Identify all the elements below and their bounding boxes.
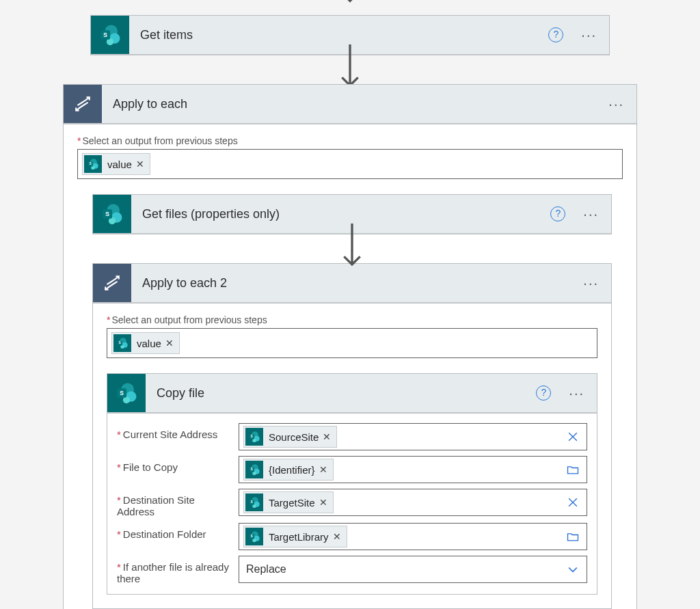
action-title: Get files (properties only)	[131, 207, 550, 221]
token-value[interactable]: S value ✕	[82, 153, 150, 175]
token-targetlibrary[interactable]: S TargetLibrary ✕	[243, 526, 347, 547]
param-input[interactable]: S TargetSite ✕	[239, 489, 587, 516]
chevron-down-icon[interactable]	[565, 563, 582, 576]
svg-text:S: S	[120, 390, 124, 396]
more-menu[interactable]: ···	[604, 95, 628, 113]
more-menu[interactable]: ···	[579, 274, 603, 292]
sharepoint-mini-icon: S	[245, 428, 263, 446]
token-value[interactable]: S value ✕	[111, 332, 180, 354]
param-label: If another file is already there	[117, 556, 233, 584]
sharepoint-mini-icon: S	[113, 334, 131, 352]
remove-token-icon[interactable]: ✕	[319, 497, 327, 508]
token-label: TargetSite	[269, 497, 315, 509]
select-value: Replace	[243, 563, 565, 576]
svg-text:S: S	[103, 31, 107, 38]
param-label: Destination Site Address	[117, 489, 233, 517]
action-title: Get items	[129, 28, 548, 42]
param-destination-site: Destination Site Address S	[113, 486, 591, 520]
more-menu[interactable]: ···	[579, 205, 603, 223]
token-identifier[interactable]: S {Identifier} ✕	[243, 459, 334, 481]
svg-text:S: S	[251, 468, 253, 471]
sharepoint-mini-icon: S	[245, 461, 263, 478]
select-output-field[interactable]: S value ✕	[77, 149, 623, 179]
token-label: TargetLibrary	[269, 531, 329, 543]
flow-arrow	[336, 0, 364, 15]
svg-text:S: S	[90, 162, 92, 165]
svg-text:S: S	[251, 534, 253, 538]
param-current-site: Current Site Address S	[113, 420, 591, 453]
help-icon[interactable]: ?	[550, 206, 565, 221]
token-label: {Identifier}	[269, 464, 315, 476]
help-icon[interactable]: ?	[548, 27, 563, 42]
sharepoint-icon: S	[93, 195, 131, 233]
action-copy-file[interactable]: S Copy file ? ···	[107, 373, 597, 414]
param-label: Destination Folder	[117, 523, 233, 540]
token-label: value	[107, 159, 132, 170]
loop-apply-to-each-2[interactable]: Apply to each 2 ··· Select an output fro…	[92, 263, 612, 609]
svg-text:S: S	[105, 211, 109, 217]
param-label: File to Copy	[117, 456, 233, 473]
param-input[interactable]: S TargetLibrary ✕	[239, 523, 587, 550]
flow-arrow	[336, 55, 364, 84]
flow-arrow	[338, 234, 366, 263]
clear-icon[interactable]	[565, 496, 582, 509]
param-destination-folder: Destination Folder S Ta	[113, 520, 591, 553]
loop-icon	[64, 85, 102, 123]
remove-token-icon[interactable]: ✕	[165, 338, 174, 349]
token-label: SourceSite	[269, 431, 319, 443]
more-menu[interactable]: ···	[577, 26, 601, 44]
loop-icon	[93, 264, 131, 302]
select-output-label: Select an output from previous steps	[77, 135, 623, 146]
sharepoint-mini-icon: S	[245, 528, 263, 545]
folder-picker-icon[interactable]	[565, 530, 582, 543]
select-output-field[interactable]: S value ✕	[107, 328, 597, 358]
remove-token-icon[interactable]: ✕	[333, 531, 341, 542]
token-sourcesite[interactable]: S SourceSite ✕	[243, 426, 337, 448]
loop-title: Apply to each	[102, 97, 604, 111]
svg-text:S: S	[251, 435, 253, 438]
loop-header[interactable]: Apply to each ···	[64, 85, 636, 124]
help-icon[interactable]: ?	[536, 385, 551, 401]
sharepoint-mini-icon: S	[84, 155, 102, 173]
loop-title: Apply to each 2	[131, 276, 579, 290]
param-label: Current Site Address	[117, 423, 233, 440]
svg-text:S: S	[251, 500, 253, 504]
select-output-label: Select an output from previous steps	[107, 314, 597, 325]
more-menu[interactable]: ···	[565, 384, 589, 402]
sharepoint-icon: S	[91, 16, 129, 54]
action-title: Copy file	[146, 386, 536, 401]
folder-picker-icon[interactable]	[565, 463, 582, 476]
param-file-to-copy: File to Copy S {Identif	[113, 453, 591, 486]
sharepoint-mini-icon: S	[245, 493, 263, 511]
sharepoint-icon: S	[107, 374, 146, 412]
remove-token-icon[interactable]: ✕	[323, 431, 331, 442]
param-input[interactable]: S SourceSite ✕	[239, 423, 587, 450]
clear-icon[interactable]	[565, 430, 582, 444]
remove-token-icon[interactable]: ✕	[319, 464, 327, 475]
svg-text:S: S	[119, 341, 121, 344]
param-overwrite: If another file is already there Replace	[113, 553, 591, 587]
remove-token-icon[interactable]: ✕	[136, 159, 144, 170]
param-input[interactable]: S {Identifier} ✕	[239, 456, 587, 483]
param-select[interactable]: Replace	[239, 556, 587, 583]
token-label: value	[137, 338, 161, 349]
token-targetsite[interactable]: S TargetSite ✕	[243, 491, 334, 513]
loop-apply-to-each[interactable]: Apply to each ··· Select an output from …	[63, 84, 637, 609]
